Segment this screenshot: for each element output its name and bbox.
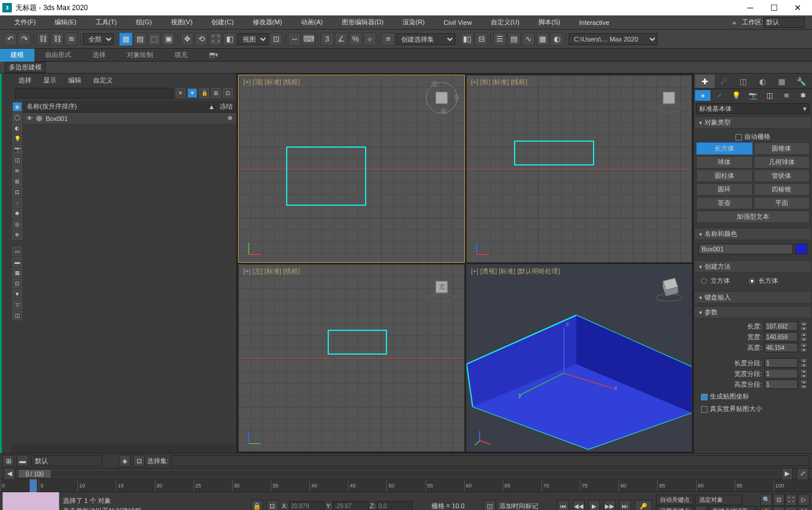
obj-teapot[interactable]: 茶壶: [696, 197, 753, 209]
height-input[interactable]: [765, 343, 798, 352]
cp-sub-geom[interactable]: ●: [695, 90, 710, 101]
time-tag-icon[interactable]: ◫: [484, 500, 496, 510]
key-mode-button[interactable]: 🔑: [635, 500, 652, 510]
spinner-icon[interactable]: ▴▾: [800, 343, 807, 352]
menu-modifiers[interactable]: 修改器(M): [243, 18, 292, 27]
se-f-bone[interactable]: ⟋: [12, 198, 22, 208]
redo-button[interactable]: ↷: [18, 33, 31, 46]
cp-create-tab[interactable]: ✚: [695, 75, 715, 88]
length-input[interactable]: [765, 321, 798, 331]
polygon-modeling-button[interactable]: 多边形建模: [5, 62, 46, 73]
obj-plane[interactable]: 平面: [754, 197, 810, 209]
selection-filter[interactable]: 全部: [83, 33, 114, 45]
time-next-icon[interactable]: ▶: [781, 468, 793, 480]
menu-civil[interactable]: Civil View: [434, 19, 481, 26]
cp-sub-sys[interactable]: ✱: [795, 90, 811, 101]
se-sort-icon[interactable]: ▲: [208, 103, 215, 110]
lock-selection-icon[interactable]: 🔒: [251, 500, 263, 510]
zoom-all-icon[interactable]: ⊡: [773, 494, 785, 506]
se-f-xref[interactable]: ⊡: [12, 187, 22, 197]
snap-3-button[interactable]: 3: [321, 33, 334, 46]
se-tab-custom[interactable]: 自定义: [91, 76, 115, 85]
width-input[interactable]: [765, 332, 798, 342]
roll-object-type[interactable]: 对象类型: [694, 116, 812, 129]
schematic-button[interactable]: ▦: [536, 33, 549, 46]
menu-graph[interactable]: 图形编辑器(D): [332, 18, 393, 27]
mirror-button[interactable]: ▮▯: [461, 33, 474, 46]
ribbon-freeform[interactable]: 自由形式: [34, 49, 82, 62]
pivot-button[interactable]: ⊡: [269, 33, 283, 46]
viewcube-icon[interactable]: 北东南: [424, 80, 459, 116]
zoom-ext-icon[interactable]: ⛶: [785, 494, 797, 506]
obj-pyramid[interactable]: 四棱锥: [754, 183, 810, 196]
se-tab-display[interactable]: 显示: [41, 76, 59, 85]
key-fk-icon[interactable]: ⟋: [695, 506, 707, 511]
cp-utility-tab[interactable]: 🔧: [792, 75, 811, 88]
viewport-front[interactable]: [+] [前] [标准] [线框]: [466, 75, 693, 263]
length-segs-input[interactable]: [765, 358, 798, 368]
max-vp-icon[interactable]: ⛶: [798, 506, 810, 511]
obj-torus[interactable]: 圆环: [696, 183, 753, 196]
obj-box[interactable]: 长方体: [696, 142, 753, 155]
se-col-freeze[interactable]: 冻结: [220, 102, 233, 111]
gen-uv-check[interactable]: [701, 394, 708, 400]
menu-create[interactable]: 创建(C): [202, 18, 243, 27]
ribbon-selection[interactable]: 选择: [82, 49, 116, 62]
se-clear-icon[interactable]: ✕: [176, 88, 185, 98]
link-button[interactable]: ⛓: [36, 33, 49, 46]
roll-keyboard-entry[interactable]: 键盘输入: [694, 291, 812, 304]
next-frame-button[interactable]: ▶▶: [604, 500, 616, 510]
ribbon-objpaint[interactable]: 对象绘制: [116, 49, 164, 62]
setkey-button[interactable]: 设置关键点: [656, 506, 694, 511]
vp-left-label[interactable]: [+] [左] [标准] [线框]: [243, 267, 300, 276]
se-more-icon[interactable]: ⊡: [223, 88, 233, 98]
selection-set-dropdown[interactable]: 创建选择集: [396, 33, 455, 45]
cp-category-dropdown[interactable]: 标准基本体▾: [696, 103, 810, 114]
viewcube-icon[interactable]: [651, 269, 687, 305]
selset-dropdown[interactable]: [171, 455, 810, 466]
material-preview[interactable]: [2, 490, 59, 510]
cp-motion-tab[interactable]: ◐: [753, 75, 773, 88]
bind-button[interactable]: ≋: [65, 33, 78, 46]
menu-interactive[interactable]: Interactive: [570, 19, 619, 26]
add-time-tag[interactable]: 添加时间标记: [499, 502, 538, 511]
menu-file[interactable]: 文件(F): [5, 18, 45, 27]
viewcube-icon[interactable]: 左: [424, 269, 459, 305]
play-button[interactable]: ▶: [588, 500, 600, 510]
menu-render[interactable]: 渲染(R): [393, 18, 434, 27]
time-thumb[interactable]: 0 / 100: [19, 470, 50, 477]
obj-textplus[interactable]: 加强型文本: [696, 211, 810, 223]
spinner-snap-button[interactable]: ⟐: [363, 33, 376, 46]
goto-start-button[interactable]: ⏮: [557, 500, 569, 510]
autokey-button[interactable]: 自动关键点: [656, 495, 694, 505]
menu-edit[interactable]: 编辑(E): [45, 18, 86, 27]
se-v2[interactable]: ▬: [12, 257, 22, 267]
se-f-cam[interactable]: 📷: [12, 145, 22, 154]
obj-cylinder[interactable]: 圆柱体: [696, 170, 753, 182]
selset-lock-icon[interactable]: ⊡: [133, 455, 145, 467]
abs-transform-icon[interactable]: ⊡: [267, 500, 278, 510]
menu-tools[interactable]: 工具(T): [86, 18, 126, 27]
se-f-cat[interactable]: ✱: [12, 209, 22, 218]
obj-tube[interactable]: 管状体: [754, 170, 810, 182]
cp-sub-space[interactable]: ≋: [779, 90, 794, 101]
cp-modify-tab[interactable]: ☄: [715, 75, 734, 88]
spinner-icon[interactable]: ▴▾: [800, 369, 807, 378]
viewport-top[interactable]: [+] [顶] [标准] [线框] 北东南: [238, 75, 465, 263]
spinner-icon[interactable]: ▴▾: [800, 358, 807, 368]
se-f-shape[interactable]: ◐: [12, 123, 22, 133]
width-segs-input[interactable]: [765, 369, 798, 378]
window-crossing-icon[interactable]: ▣: [162, 33, 175, 46]
menu-script[interactable]: 脚本(S): [529, 18, 570, 27]
se-v5[interactable]: ▼: [12, 289, 22, 299]
walk-icon[interactable]: 👣: [773, 506, 785, 511]
undo-button[interactable]: ↶: [4, 33, 17, 46]
se-f-helper[interactable]: ◫: [12, 155, 22, 165]
viewcube-icon[interactable]: [651, 80, 687, 116]
rect-select-icon[interactable]: ⬚: [148, 33, 161, 46]
real-uv-check[interactable]: [701, 406, 708, 413]
orbit-icon[interactable]: ⟲: [785, 506, 797, 511]
se-lock-icon[interactable]: 🔒: [199, 88, 209, 98]
spinner-icon[interactable]: ▴▾: [800, 332, 807, 342]
cp-sub-helper[interactable]: ◫: [762, 90, 778, 101]
